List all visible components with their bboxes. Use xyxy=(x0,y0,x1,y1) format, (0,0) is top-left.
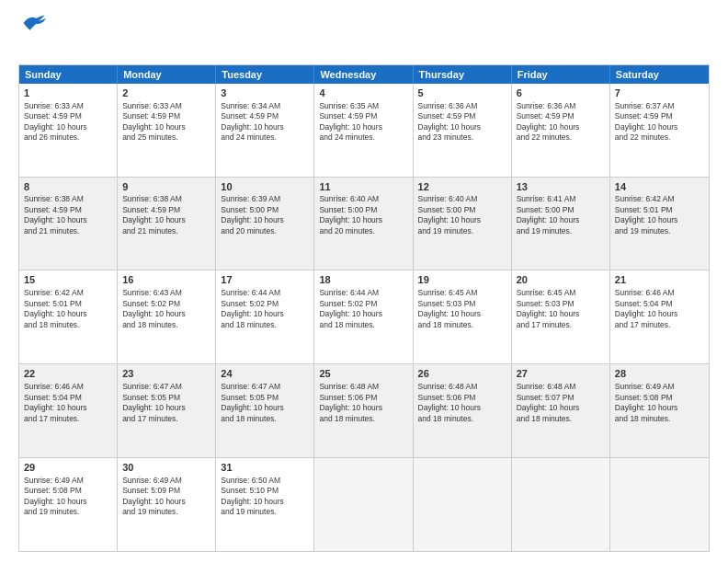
day-info: Sunrise: 6:46 AM xyxy=(24,382,112,392)
day-info: and 22 minutes. xyxy=(615,132,704,143)
calendar-cell: 26Sunrise: 6:48 AMSunset: 5:06 PMDayligh… xyxy=(414,364,512,457)
day-info: Sunset: 4:59 PM xyxy=(418,111,506,121)
day-info: and 20 minutes. xyxy=(319,226,407,236)
day-number: 6 xyxy=(517,86,605,100)
day-info: Sunrise: 6:38 AM xyxy=(24,194,112,204)
calendar-cell: 17Sunrise: 6:44 AMSunset: 5:02 PMDayligh… xyxy=(216,270,314,363)
day-info: Sunrise: 6:49 AM xyxy=(615,382,704,392)
day-number: 19 xyxy=(418,273,506,287)
day-info: and 20 minutes. xyxy=(221,226,309,236)
calendar-cell: 11Sunrise: 6:40 AMSunset: 5:00 PMDayligh… xyxy=(314,178,413,270)
day-number: 9 xyxy=(122,180,210,194)
calendar-cell: 13Sunrise: 6:41 AMSunset: 5:00 PMDayligh… xyxy=(512,178,610,270)
calendar-cell: 6Sunrise: 6:36 AMSunset: 4:59 PMDaylight… xyxy=(512,84,610,177)
day-number: 29 xyxy=(24,461,112,475)
day-info: Sunset: 5:01 PM xyxy=(24,299,112,309)
day-info: Sunset: 5:02 PM xyxy=(319,299,407,309)
day-info: Sunset: 5:03 PM xyxy=(517,299,605,309)
day-info: and 22 minutes. xyxy=(517,132,605,143)
day-info: Sunrise: 6:48 AM xyxy=(517,382,605,392)
day-number: 31 xyxy=(221,461,309,475)
day-info: Sunset: 5:10 PM xyxy=(221,486,309,496)
day-info: Sunrise: 6:47 AM xyxy=(221,382,309,392)
day-info: Sunset: 4:59 PM xyxy=(122,205,210,215)
day-info: and 25 minutes. xyxy=(122,132,210,143)
calendar-cell: 31Sunrise: 6:50 AMSunset: 5:10 PMDayligh… xyxy=(216,458,314,551)
day-info: Sunset: 5:08 PM xyxy=(615,393,704,403)
weekday-header: Saturday xyxy=(610,65,709,84)
day-info: Daylight: 10 hours xyxy=(517,122,605,132)
day-info: and 18 minutes. xyxy=(319,414,407,424)
day-info: Sunset: 5:09 PM xyxy=(122,486,210,496)
day-info: Daylight: 10 hours xyxy=(319,122,407,132)
day-info: Daylight: 10 hours xyxy=(221,309,309,319)
calendar-row: 15Sunrise: 6:42 AMSunset: 5:01 PMDayligh… xyxy=(19,270,709,364)
calendar-cell xyxy=(610,458,709,551)
day-info: Sunset: 5:06 PM xyxy=(319,393,407,403)
day-info: Sunset: 5:03 PM xyxy=(418,299,506,309)
calendar-cell: 30Sunrise: 6:49 AMSunset: 5:09 PMDayligh… xyxy=(118,458,216,551)
day-number: 4 xyxy=(319,86,407,100)
logo xyxy=(18,17,46,55)
day-info: Daylight: 10 hours xyxy=(24,403,112,413)
day-info: Sunrise: 6:50 AM xyxy=(221,476,309,486)
day-info: Daylight: 10 hours xyxy=(24,215,112,225)
day-info: Daylight: 10 hours xyxy=(517,403,605,413)
calendar-cell: 19Sunrise: 6:45 AMSunset: 5:03 PMDayligh… xyxy=(414,270,512,363)
day-info: Daylight: 10 hours xyxy=(122,215,210,225)
day-info: Sunrise: 6:49 AM xyxy=(122,476,210,486)
calendar-cell: 16Sunrise: 6:43 AMSunset: 5:02 PMDayligh… xyxy=(118,270,216,363)
day-info: and 19 minutes. xyxy=(24,507,112,517)
calendar-cell: 15Sunrise: 6:42 AMSunset: 5:01 PMDayligh… xyxy=(19,270,118,363)
calendar-cell xyxy=(512,458,610,551)
day-info: Sunset: 5:00 PM xyxy=(221,205,309,215)
day-info: Daylight: 10 hours xyxy=(221,215,309,225)
day-info: Daylight: 10 hours xyxy=(24,309,112,319)
day-info: Sunrise: 6:36 AM xyxy=(517,101,605,111)
day-info: Sunset: 4:59 PM xyxy=(24,111,112,121)
day-info: Sunrise: 6:42 AM xyxy=(24,288,112,298)
day-info: Sunset: 4:59 PM xyxy=(24,205,112,215)
calendar-cell: 9Sunrise: 6:38 AMSunset: 4:59 PMDaylight… xyxy=(118,178,216,270)
day-info: and 18 minutes. xyxy=(221,320,309,330)
calendar-cell xyxy=(414,458,512,551)
day-info: and 17 minutes. xyxy=(24,414,112,424)
day-info: and 18 minutes. xyxy=(24,320,112,330)
calendar-cell: 27Sunrise: 6:48 AMSunset: 5:07 PMDayligh… xyxy=(512,364,610,457)
day-info: Daylight: 10 hours xyxy=(615,215,704,225)
day-info: Daylight: 10 hours xyxy=(221,122,309,132)
weekday-header: Monday xyxy=(118,65,216,84)
day-info: Sunrise: 6:46 AM xyxy=(615,288,704,298)
day-number: 28 xyxy=(615,367,704,381)
day-info: Sunset: 5:08 PM xyxy=(24,486,112,496)
page: SundayMondayTuesdayWednesdayThursdayFrid… xyxy=(0,0,728,563)
day-info: Daylight: 10 hours xyxy=(221,403,309,413)
day-info: and 19 minutes. xyxy=(221,507,309,517)
day-info: Daylight: 10 hours xyxy=(517,215,605,225)
day-info: and 19 minutes. xyxy=(418,226,506,236)
calendar-cell: 21Sunrise: 6:46 AMSunset: 5:04 PMDayligh… xyxy=(610,270,709,363)
day-number: 18 xyxy=(319,273,407,287)
day-info: and 18 minutes. xyxy=(221,414,309,424)
day-number: 3 xyxy=(221,86,309,100)
calendar-cell: 2Sunrise: 6:33 AMSunset: 4:59 PMDaylight… xyxy=(118,84,216,177)
day-info: and 18 minutes. xyxy=(418,320,506,330)
day-number: 5 xyxy=(418,86,506,100)
day-info: Sunset: 4:59 PM xyxy=(615,111,704,121)
day-info: Sunset: 5:00 PM xyxy=(517,205,605,215)
calendar-cell: 12Sunrise: 6:40 AMSunset: 5:00 PMDayligh… xyxy=(414,178,512,270)
calendar-cell: 28Sunrise: 6:49 AMSunset: 5:08 PMDayligh… xyxy=(610,364,709,457)
day-info: Sunrise: 6:40 AM xyxy=(319,194,407,204)
day-info: Sunrise: 6:48 AM xyxy=(418,382,506,392)
calendar-cell: 20Sunrise: 6:45 AMSunset: 5:03 PMDayligh… xyxy=(512,270,610,363)
logo-icon xyxy=(20,13,46,33)
day-info: Sunset: 5:05 PM xyxy=(221,393,309,403)
day-info: and 17 minutes. xyxy=(517,320,605,330)
day-info: Daylight: 10 hours xyxy=(24,497,112,507)
calendar-cell xyxy=(314,458,413,551)
day-info: Sunset: 5:02 PM xyxy=(221,299,309,309)
calendar-cell: 14Sunrise: 6:42 AMSunset: 5:01 PMDayligh… xyxy=(610,178,709,270)
calendar-cell: 23Sunrise: 6:47 AMSunset: 5:05 PMDayligh… xyxy=(118,364,216,457)
day-info: Sunrise: 6:49 AM xyxy=(24,476,112,486)
calendar-cell: 1Sunrise: 6:33 AMSunset: 4:59 PMDaylight… xyxy=(19,84,118,177)
